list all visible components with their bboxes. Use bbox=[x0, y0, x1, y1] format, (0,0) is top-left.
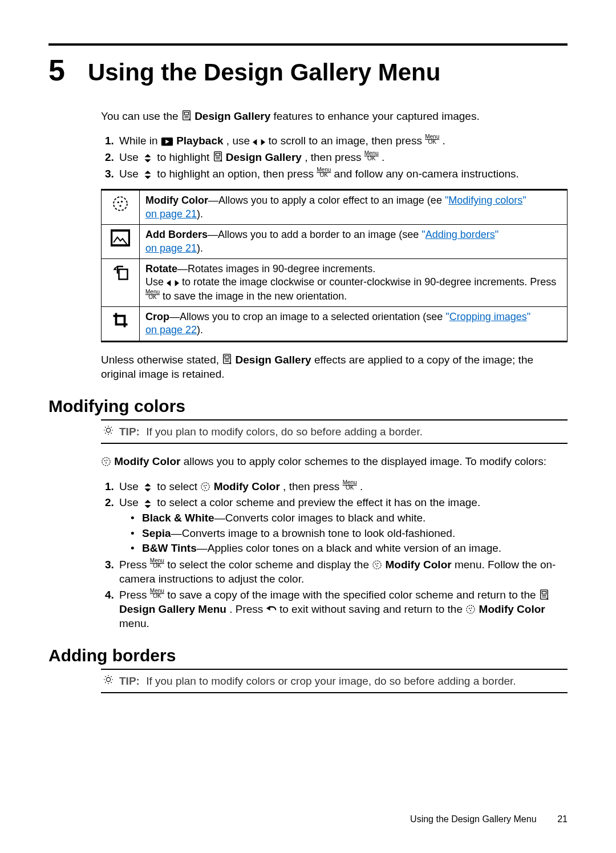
text-bold: B&W Tints bbox=[142, 542, 197, 554]
page-link[interactable]: on page 22 bbox=[145, 324, 197, 335]
text-bold: Modify Color bbox=[386, 559, 452, 571]
list-item: Use to highlight an option, then press M… bbox=[117, 167, 568, 181]
text: to select the color scheme and display t… bbox=[167, 559, 372, 571]
text-bold: Modify Color bbox=[214, 480, 280, 492]
text: Allows you to add a border to an image (… bbox=[218, 229, 422, 240]
modify-color-icon bbox=[465, 604, 476, 615]
text: Allows you to apply a color effect to an… bbox=[218, 195, 445, 206]
text: to highlight bbox=[157, 151, 212, 163]
tip-row: TIP: If you plan to modify colors, do so… bbox=[101, 425, 568, 439]
crop-cell-icon bbox=[102, 307, 140, 342]
text: . bbox=[442, 135, 445, 147]
adding-borders-link[interactable]: Adding borders bbox=[425, 229, 495, 240]
page-link[interactable]: on page 21 bbox=[145, 208, 197, 220]
menu-ok-icon: MenuOK bbox=[150, 558, 164, 568]
table-cell: Rotate—Rotates images in 90-degree incre… bbox=[140, 258, 568, 306]
text: Use bbox=[119, 151, 141, 163]
design-gallery-icon bbox=[222, 354, 232, 364]
tip-icon bbox=[103, 425, 114, 439]
left-right-arrows-icon bbox=[167, 277, 179, 288]
menu-ok-icon: MenuOK bbox=[425, 134, 439, 144]
text: . Press bbox=[229, 603, 266, 615]
section-rule bbox=[101, 443, 568, 444]
tip-label: TIP: bbox=[119, 675, 140, 687]
up-down-arrows-icon bbox=[141, 169, 154, 179]
text-bold: Sepia bbox=[142, 527, 171, 539]
text: ). bbox=[197, 242, 203, 254]
color-scheme-bullets: Black & White—Converts color images to b… bbox=[132, 511, 568, 556]
text: . bbox=[382, 151, 384, 163]
text: Use bbox=[145, 276, 167, 288]
text-bold: Modify Color bbox=[114, 455, 180, 467]
cropping-images-link[interactable]: Cropping images bbox=[449, 311, 527, 322]
text: allows you to apply color schemes to the… bbox=[184, 455, 546, 467]
text: to exit without saving and return to the bbox=[279, 603, 465, 615]
list-item: Use to highlight Design Gallery , then p… bbox=[117, 151, 568, 165]
text: ). bbox=[197, 208, 203, 220]
tip-text: If you plan to modify colors or crop you… bbox=[146, 675, 516, 687]
text-bold: Design Gallery Menu bbox=[119, 603, 226, 615]
text: ). bbox=[197, 324, 203, 335]
text-bold: Black & White bbox=[142, 512, 214, 524]
text: , then press bbox=[283, 480, 343, 492]
tip-text: If you plan to modify colors, do so befo… bbox=[146, 426, 423, 438]
add-borders-cell-icon bbox=[102, 225, 140, 259]
text: Unless otherwise stated, bbox=[101, 354, 222, 366]
text-bold: Playback bbox=[176, 135, 223, 147]
text-bold: Crop bbox=[145, 311, 169, 322]
section-rule bbox=[101, 692, 568, 693]
chapter-header: 5 Using the Design Gallery Menu bbox=[48, 51, 568, 90]
text-bold: Modify Color bbox=[145, 195, 208, 206]
text: — bbox=[208, 229, 218, 240]
list-item: Press MenuOK to select the color scheme … bbox=[117, 558, 568, 586]
list-item: While in Playback , use to scroll to an … bbox=[117, 134, 568, 148]
menu-ok-icon: MenuOK bbox=[317, 167, 331, 177]
text: . bbox=[360, 480, 363, 492]
list-item: B&W Tints—Applies color tones on a black… bbox=[142, 541, 568, 556]
modify-steps-list: Use to select Modify Color , then press … bbox=[101, 480, 568, 631]
text: to highlight an option, then press bbox=[157, 168, 317, 180]
text: " bbox=[495, 229, 499, 240]
text: Press bbox=[119, 589, 150, 601]
modifying-colors-link[interactable]: Modifying colors bbox=[448, 195, 522, 206]
text: to rotate the image clockwise or counter… bbox=[182, 276, 556, 288]
text: , then press bbox=[305, 151, 364, 163]
text-bold: Modify Color bbox=[479, 603, 545, 615]
section-rule bbox=[101, 419, 568, 421]
modify-intro: Modify Color allows you to apply color s… bbox=[101, 455, 568, 469]
text-bold: Design Gallery bbox=[236, 354, 311, 366]
text: to save the image in the new orientation… bbox=[163, 290, 347, 302]
section-borders-body: TIP: If you plan to modify colors or cro… bbox=[101, 669, 568, 693]
left-right-arrows-icon bbox=[253, 136, 265, 146]
table-row: Rotate—Rotates images in 90-degree incre… bbox=[102, 258, 568, 306]
section-heading-modifying-colors: Modifying colors bbox=[48, 395, 568, 417]
text: Use bbox=[119, 168, 141, 180]
rotate-cell-icon bbox=[102, 258, 140, 306]
playback-icon bbox=[161, 136, 173, 146]
intro-paragraph: You can use the Design Gallery features … bbox=[101, 110, 568, 124]
text-bold: Design Gallery bbox=[226, 151, 302, 163]
text: Press bbox=[119, 559, 150, 571]
up-down-arrows-icon bbox=[141, 498, 154, 508]
text: features to enhance your captured images… bbox=[273, 110, 479, 122]
text: " bbox=[527, 311, 530, 322]
text: While in bbox=[119, 135, 161, 147]
modify-color-icon bbox=[372, 560, 382, 570]
design-gallery-icon bbox=[539, 589, 549, 600]
design-gallery-icon bbox=[181, 110, 192, 120]
note-after-table: Unless otherwise stated, Design Gallery … bbox=[101, 353, 568, 381]
back-icon bbox=[266, 604, 277, 615]
list-item: Sepia—Converts image to a brownish tone … bbox=[142, 527, 568, 541]
intro-block: You can use the Design Gallery features … bbox=[101, 110, 568, 382]
top-steps-list: While in Playback , use to scroll to an … bbox=[101, 134, 568, 181]
text: Allows you to crop an image to a selecte… bbox=[180, 311, 445, 322]
tip-row: TIP: If you plan to modify colors or cro… bbox=[101, 674, 568, 689]
page-link[interactable]: on page 21 bbox=[145, 242, 197, 254]
menu-ok-icon: MenuOK bbox=[343, 480, 357, 490]
text: to select a color scheme and preview the… bbox=[157, 496, 480, 508]
text-bold: Rotate bbox=[145, 263, 177, 274]
tip-label: TIP: bbox=[119, 426, 140, 438]
text: to scroll to an image, then press bbox=[269, 135, 425, 147]
text: and follow any on-camera instructions. bbox=[334, 168, 519, 180]
menu-ok-icon: MenuOK bbox=[150, 588, 164, 599]
